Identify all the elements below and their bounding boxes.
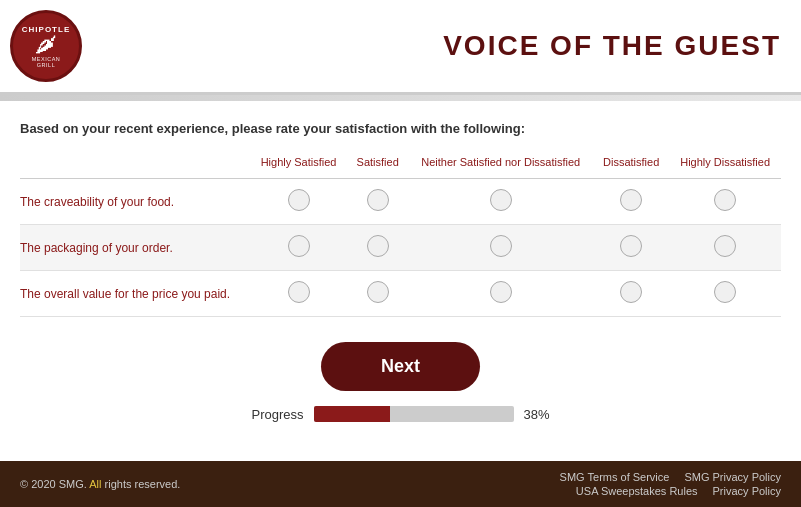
radio-value-4[interactable] [620, 281, 642, 303]
radio-packaging-1[interactable] [288, 235, 310, 257]
cell-craveability-dissatisfied[interactable] [593, 179, 669, 225]
cell-value-neither[interactable] [408, 271, 593, 317]
survey-question: Based on your recent experience, please … [20, 121, 781, 136]
col-header-highly-satisfied: Highly Satisfied [250, 151, 347, 179]
progress-percent: 38% [524, 407, 550, 422]
cell-packaging-neither[interactable] [408, 225, 593, 271]
footer-highlight: All [89, 478, 101, 490]
footer-link-sweepstakes[interactable]: USA Sweepstakes Rules [576, 485, 698, 497]
cell-packaging-highly-satisfied[interactable] [250, 225, 347, 271]
survey-table: Highly Satisfied Satisfied Neither Satis… [20, 151, 781, 317]
col-header-dissatisfied: Dissatisfied [593, 151, 669, 179]
col-header-neither: Neither Satisfied nor Dissatisfied [408, 151, 593, 179]
cell-packaging-highly-dissatisfied[interactable] [669, 225, 781, 271]
progress-bar-container [314, 406, 514, 422]
cell-value-dissatisfied[interactable] [593, 271, 669, 317]
progress-section: Progress 38% [20, 406, 781, 422]
page-title: VOICE OF THE GUEST [443, 30, 781, 62]
row-label-craveability: The craveability of your food. [20, 179, 250, 225]
next-button[interactable]: Next [321, 342, 480, 391]
col-header-satisfied: Satisfied [347, 151, 408, 179]
footer-link-privacy[interactable]: SMG Privacy Policy [684, 471, 781, 483]
progress-bar-fill [314, 406, 390, 422]
cell-packaging-dissatisfied[interactable] [593, 225, 669, 271]
radio-craveability-3[interactable] [490, 189, 512, 211]
radio-value-3[interactable] [490, 281, 512, 303]
footer-copyright: © 2020 SMG. All rights reserved. [20, 478, 180, 490]
radio-value-5[interactable] [714, 281, 736, 303]
radio-packaging-3[interactable] [490, 235, 512, 257]
radio-craveability-4[interactable] [620, 189, 642, 211]
footer: © 2020 SMG. All rights reserved. SMG Ter… [0, 461, 801, 507]
cell-value-satisfied[interactable] [347, 271, 408, 317]
table-row: The packaging of your order. [20, 225, 781, 271]
radio-value-1[interactable] [288, 281, 310, 303]
radio-craveability-2[interactable] [367, 189, 389, 211]
cell-craveability-neither[interactable] [408, 179, 593, 225]
main-content: Based on your recent experience, please … [0, 101, 801, 461]
next-section: Next [20, 342, 781, 391]
footer-links-row1: SMG Terms of Service SMG Privacy Policy [560, 471, 781, 483]
table-row: The craveability of your food. [20, 179, 781, 225]
cell-packaging-satisfied[interactable] [347, 225, 408, 271]
cell-craveability-highly-dissatisfied[interactable] [669, 179, 781, 225]
col-header-empty [20, 151, 250, 179]
cell-value-highly-dissatisfied[interactable] [669, 271, 781, 317]
row-label-packaging: The packaging of your order. [20, 225, 250, 271]
row-label-value: The overall value for the price you paid… [20, 271, 250, 317]
footer-link-terms[interactable]: SMG Terms of Service [560, 471, 670, 483]
table-row: The overall value for the price you paid… [20, 271, 781, 317]
radio-craveability-5[interactable] [714, 189, 736, 211]
chipotle-logo: CHIPOTLE 🌶 MEXICAN GRILL [10, 10, 82, 82]
cell-craveability-satisfied[interactable] [347, 179, 408, 225]
logo-pepper-icon: 🌶 [35, 34, 57, 56]
progress-label: Progress [251, 407, 303, 422]
footer-links: SMG Terms of Service SMG Privacy Policy … [560, 471, 781, 497]
logo-grill-text: GRILL [37, 62, 55, 68]
radio-packaging-5[interactable] [714, 235, 736, 257]
radio-craveability-1[interactable] [288, 189, 310, 211]
radio-packaging-2[interactable] [367, 235, 389, 257]
footer-links-row2: USA Sweepstakes Rules Privacy Policy [576, 485, 781, 497]
radio-packaging-4[interactable] [620, 235, 642, 257]
radio-value-2[interactable] [367, 281, 389, 303]
cell-value-highly-satisfied[interactable] [250, 271, 347, 317]
footer-link-privacy2[interactable]: Privacy Policy [713, 485, 781, 497]
header: CHIPOTLE 🌶 MEXICAN GRILL VOICE OF THE GU… [0, 0, 801, 95]
col-header-highly-dissatisfied: Highly Dissatisfied [669, 151, 781, 179]
cell-craveability-highly-satisfied[interactable] [250, 179, 347, 225]
